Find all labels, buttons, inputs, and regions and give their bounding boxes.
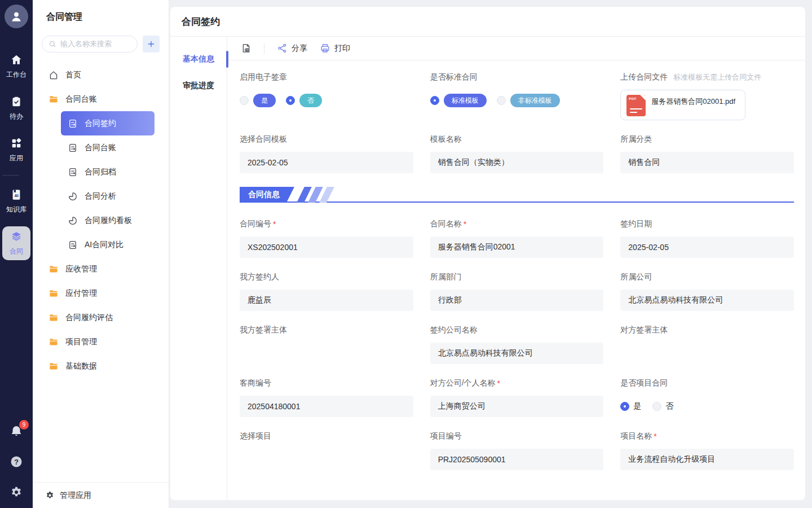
preview-document-button[interactable] [241,43,251,54]
radio-unchecked[interactable] [497,96,506,105]
radio-pill-label[interactable]: 否 [299,94,322,107]
question-icon: ? [10,455,23,468]
sidebar-item[interactable]: 应收管理 [42,257,155,281]
tab-approval-progress[interactable]: 审批进度 [170,72,227,99]
search-input[interactable]: 输入名称来搜索 [42,36,138,52]
folder-icon [48,337,59,347]
field-label: 客商编号 [240,378,413,389]
field-label-text: 是否项目合同 [620,378,668,388]
search-placeholder: 输入名称来搜索 [60,39,112,49]
doc-icon [68,143,78,153]
company-input[interactable]: 北京易点易动科技有限公司 [620,290,794,311]
folder-icon [48,94,59,104]
form-row: 选择合同模板2025-02-05模板名称销售合同（实物类）所属分类销售合同 [240,134,794,173]
field-label-text: 是否标准合同 [430,72,478,82]
required-asterisk: * [654,432,656,441]
notifications-button[interactable]: 9 [10,424,23,438]
template-date-input[interactable]: 2025-02-05 [240,152,413,173]
sidebar-item[interactable]: 合同分析 [61,184,155,208]
field-sign-company: 签约公司名称北京易点易动科技有限公司 [430,325,604,364]
help-button[interactable]: ? [10,455,23,468]
folder-icon [48,361,59,371]
contract-name-input[interactable]: 服务器销售合同02001 [430,237,604,258]
rail-item-label: 工作台 [6,70,27,80]
avatar[interactable] [5,5,28,28]
field-label: 我方签约人 [240,271,413,283]
sidebar-item[interactable]: 合同台账 [42,87,155,111]
folder-icon [48,313,59,323]
rail-item-workbench[interactable]: 工作台 [2,50,30,84]
preview-icon [241,43,251,54]
sidebar-item[interactable]: 合同履约看板 [61,208,155,233]
counterparty-name-input[interactable]: 上海商贸公司 [430,396,604,417]
sidebar-item[interactable]: 合同签约 [61,111,155,135]
manage-apps-button[interactable]: 管理应用 [33,482,169,508]
toolbar-divider [264,43,264,54]
field-label: 签约公司名称 [430,325,604,336]
print-label: 打印 [334,43,350,54]
radio-checked[interactable] [620,402,629,411]
rail-item-todo[interactable]: 待办 [2,91,30,125]
folder-icon [48,288,59,299]
radio-pill-label[interactable]: 标准模板 [444,94,487,107]
field-project-no: 项目编号PRJ202505090001 [430,431,604,470]
settings-button[interactable] [10,485,23,499]
sidebar-item-label: AI合同对比 [85,240,123,250]
print-icon [320,43,330,54]
page-title: 合同签约 [170,7,805,37]
form-row: 选择项目项目编号PRJ202505090001项目名称*业务流程自动化升级项目 [240,431,794,470]
pdf-label: PDF [629,97,637,100]
rail-item-knowledge[interactable]: AI知识库 [2,185,30,218]
pdf-fold [640,95,646,100]
field-label: 我方签署主体 [240,325,413,336]
sidebar-item[interactable]: 项目管理 [42,330,155,354]
sidebar-item[interactable]: AI合同对比 [61,233,155,257]
project-no-input[interactable]: PRJ202505090001 [430,449,604,470]
our-signer-input[interactable]: 鹿益辰 [240,290,413,311]
sidebar-item[interactable]: 合同台账 [61,135,155,160]
sidebar-item[interactable]: 首页 [42,63,155,87]
radio-option-label[interactable]: 否 [665,401,673,411]
radio-option-label[interactable]: 是 [633,401,641,411]
share-button[interactable]: 分享 [277,43,307,54]
sign-company-input[interactable]: 北京易点易动科技有限公司 [430,343,604,364]
tab-basic-info[interactable]: 基本信息 [170,46,227,72]
radio-pill-label[interactable]: 非标准模板 [510,94,560,107]
manage-apps-label: 管理应用 [60,491,91,501]
field-label-text: 所属部门 [430,272,462,282]
notification-badge: 9 [19,420,29,430]
sidebar-title: 合同管理 [46,11,160,23]
add-button[interactable] [143,36,160,52]
radio-pill-label[interactable]: 是 [253,94,276,107]
sidebar-item[interactable]: 基础数据 [42,354,155,378]
print-button[interactable]: 打印 [320,43,350,54]
customer-no-input[interactable]: 202504180001 [240,396,413,417]
field-contract-no: 合同编号*XS202502001 [240,218,413,258]
radio-unchecked[interactable] [240,96,249,105]
uploaded-file-card[interactable]: PDF服务器销售合同02001.pdf [620,90,745,120]
sidebar-item-label: 合同履约看板 [85,216,132,226]
category-input[interactable]: 销售合同 [620,152,794,173]
sidebar-item[interactable]: 合同归档 [61,160,155,184]
sidebar-item-label: 应付管理 [65,288,97,299]
sign-date-input[interactable]: 2025-02-05 [620,237,794,258]
radio-checked[interactable] [286,96,295,105]
form-row: 我方签署主体签约公司名称北京易点易动科技有限公司对方签署主体 [240,325,794,364]
rail-item-contract[interactable]: 合同 [2,226,30,260]
radio-unchecked[interactable] [652,402,661,411]
project-name-input[interactable]: 业务流程自动化升级项目 [620,449,794,470]
template-name-input[interactable]: 销售合同（实物类） [430,152,604,173]
department-input[interactable]: 行政部 [430,290,604,311]
standard-contract-radio-group: 标准模板非标准模板 [430,90,604,111]
sidebar-item[interactable]: 应付管理 [42,281,155,305]
field-label: 项目编号 [430,431,604,442]
card-body: 基本信息审批进度 分享打印 启用电子签章是否是否标准合同标准模板非标准模板上传合… [170,37,805,500]
sidebar-item[interactable]: 合同履约评估 [42,305,155,330]
doc-icon [68,167,78,177]
contract-no-input[interactable]: XS202502001 [240,237,413,258]
radio-checked[interactable] [430,96,439,105]
share-icon [277,43,288,54]
rail-item-apps[interactable]: 应用 [2,133,30,167]
rail-item-label: 待办 [10,112,23,121]
field-label: 签约日期 [620,218,794,230]
